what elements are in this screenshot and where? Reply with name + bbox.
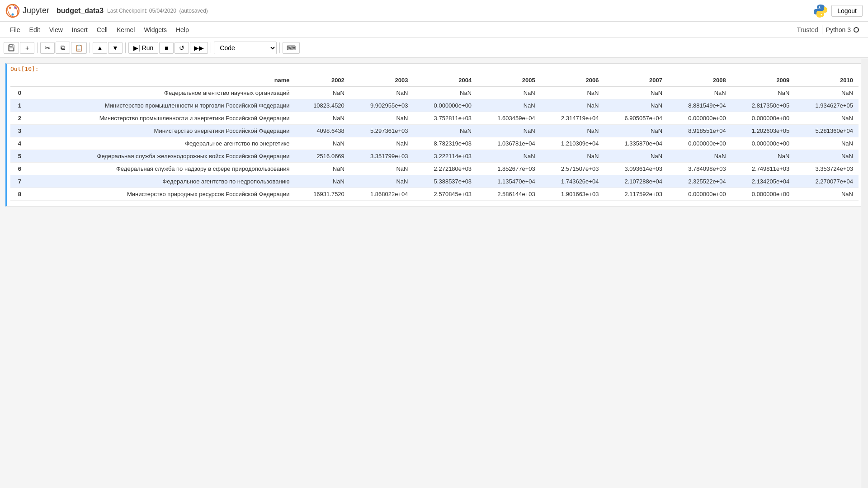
cell-2002: 2516.0669: [295, 150, 350, 163]
cell-2006: 1.743626e+04: [541, 175, 604, 188]
menu-help[interactable]: Help: [171, 24, 193, 35]
col-header-2004: 2004: [413, 74, 477, 87]
toolbar-separator-2: [90, 42, 90, 53]
cell-2006: 2.314719e+04: [541, 112, 604, 125]
menu-kernel[interactable]: Kernel: [112, 24, 139, 35]
menu-widgets[interactable]: Widgets: [139, 24, 171, 35]
cell-2006: 1.210309e+04: [541, 137, 604, 150]
stop-button[interactable]: ■: [159, 42, 174, 54]
col-header-2005: 2005: [477, 74, 541, 87]
svg-rect-6: [9, 45, 12, 47]
keyboard-button[interactable]: ⌨: [283, 42, 300, 54]
cell-2010: 5.281360e+04: [795, 125, 859, 137]
cell-idx: 3: [10, 125, 29, 137]
cell-idx: 1: [10, 99, 29, 112]
cell-2008: NaN: [668, 87, 731, 99]
move-down-button[interactable]: ▼: [108, 42, 123, 54]
cell-2007: NaN: [604, 125, 668, 137]
cell-2008: 0.000000e+00: [668, 188, 731, 201]
cell-2003: NaN: [350, 137, 414, 150]
cut-button[interactable]: ✂: [40, 42, 55, 54]
kernel-indicator: Python 3: [822, 25, 863, 34]
top-bar-right: Logout: [813, 4, 863, 18]
col-header-2007: 2007: [604, 74, 668, 87]
table-header-row: name 2002 2003 2004 2005 2006 2007 2008 …: [10, 74, 859, 87]
cell-2010: NaN: [795, 87, 859, 99]
cell-2005: 1.135470e+04: [477, 175, 541, 188]
svg-rect-7: [9, 48, 14, 51]
cell-idx: 8: [10, 188, 29, 201]
logout-button[interactable]: Logout: [831, 5, 863, 17]
cell-2004: 0.000000e+00: [413, 99, 477, 112]
cell-2003: 3.351799e+03: [350, 150, 414, 163]
cell-name: Федеральное агентство по недропользовани…: [29, 175, 295, 188]
cell-2007: 3.093614e+03: [604, 163, 668, 175]
cell-2002: 4098.6438: [295, 125, 350, 137]
toolbar-separator-4: [211, 42, 211, 53]
jupyter-logo: Jupyter: [5, 4, 49, 18]
cell-2008: 2.325522e+04: [668, 175, 731, 188]
col-header-2008: 2008: [668, 74, 731, 87]
notebook-title[interactable]: budget_data3: [57, 7, 104, 15]
svg-point-2: [9, 6, 11, 9]
cell-2006: NaN: [541, 87, 604, 99]
add-cell-button[interactable]: +: [20, 42, 34, 54]
run-button[interactable]: ▶| Run: [128, 42, 158, 54]
cell-2002: 16931.7520: [295, 188, 350, 201]
copy-button[interactable]: ⧉: [56, 42, 70, 54]
cell-name: Министерство промышленности и энергетики…: [29, 112, 295, 125]
dataframe-container: name 2002 2003 2004 2005 2006 2007 2008 …: [7, 74, 862, 206]
save-button[interactable]: [4, 42, 19, 54]
cell-2006: NaN: [541, 125, 604, 137]
scrollbar[interactable]: [861, 59, 868, 488]
table-row: 2Министерство промышленности и энергетик…: [10, 112, 859, 125]
cell-2004: 8.782319e+03: [413, 137, 477, 150]
table-row: 4Федеральное агентство по энергетикеNaNN…: [10, 137, 859, 150]
cell-idx: 7: [10, 175, 29, 188]
fast-forward-button[interactable]: ▶▶: [190, 42, 208, 54]
restart-button[interactable]: ↺: [175, 42, 189, 54]
col-header-2002: 2002: [295, 74, 350, 87]
menu-cell[interactable]: Cell: [92, 24, 112, 35]
cell-2006: NaN: [541, 150, 604, 163]
cell-2005: NaN: [477, 150, 541, 163]
cell-2006: NaN: [541, 99, 604, 112]
cell-2009: 0.000000e+00: [731, 112, 795, 125]
cell-2005: 1.852677e+03: [477, 163, 541, 175]
toolbar-separator-1: [37, 42, 38, 53]
cell-type-select[interactable]: Code Markdown Raw NBConvert: [214, 42, 277, 54]
cell-2004: 2.272180e+03: [413, 163, 477, 175]
jupyter-label: Jupyter: [23, 6, 49, 15]
cell-2009: 2.817350e+05: [731, 99, 795, 112]
col-header-2009: 2009: [731, 74, 795, 87]
cell-2002: NaN: [295, 175, 350, 188]
cell-name: Федеральное агентство по энергетике: [29, 137, 295, 150]
cell-2003: NaN: [350, 87, 414, 99]
table-row: 6Федеральная служба по надзору в сфере п…: [10, 163, 859, 175]
cell-2005: 1.603459e+04: [477, 112, 541, 125]
table-row: 5Федеральная служба железнодорожных войс…: [10, 150, 859, 163]
menu-view[interactable]: View: [45, 24, 67, 35]
cell-2010: NaN: [795, 137, 859, 150]
cell-2005: NaN: [477, 125, 541, 137]
cell-2005: 2.586144e+03: [477, 188, 541, 201]
cell-2007: 2.117592e+03: [604, 188, 668, 201]
trusted-badge: Trusted: [793, 25, 822, 34]
svg-point-1: [5, 4, 19, 18]
cell-2006: 1.901663e+03: [541, 188, 604, 201]
checkpoint-info: Last Checkpoint: 05/04/2020 (autosaved): [107, 8, 208, 14]
menu-insert[interactable]: Insert: [67, 24, 92, 35]
cell-2005: NaN: [477, 87, 541, 99]
cell-2004: NaN: [413, 87, 477, 99]
col-header-2010: 2010: [795, 74, 859, 87]
cell-2004: 3.752811e+03: [413, 112, 477, 125]
paste-button[interactable]: 📋: [71, 42, 87, 54]
move-up-button[interactable]: ▲: [93, 42, 107, 54]
menu-file[interactable]: File: [5, 24, 25, 35]
cell-2003: NaN: [350, 112, 414, 125]
menu-edit[interactable]: Edit: [25, 24, 45, 35]
cell-2010: 1.934627e+05: [795, 99, 859, 112]
table-row: 3Министерство энергетики Российской Феде…: [10, 125, 859, 137]
cell-2005: NaN: [477, 99, 541, 112]
output-cell: Out[10]: name 2002 2003 2004 2005 2006 2…: [5, 63, 863, 206]
